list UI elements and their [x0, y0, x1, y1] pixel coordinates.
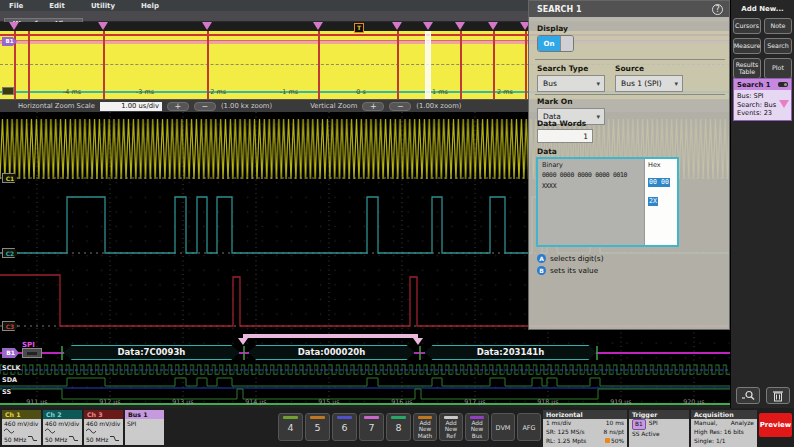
- ch1-badge[interactable]: Ch 1 460 mV/div 50 MHz: [2, 410, 41, 445]
- add-new-label: Add New...: [731, 5, 794, 13]
- time-label: 919 µs: [610, 398, 631, 405]
- search-panel-header[interactable]: SEARCH 1 ?: [529, 1, 729, 17]
- channel-8-button[interactable]: 8: [386, 413, 411, 441]
- add-new-bus-button[interactable]: Add New Bus: [465, 413, 489, 441]
- vzoom-minus-button[interactable]: −: [389, 102, 411, 111]
- ch1-badge-title: Ch 1: [2, 410, 41, 419]
- channel-5-button[interactable]: 5: [305, 413, 330, 441]
- overview-time-label: -3 ms: [136, 88, 154, 96]
- ch3-badge[interactable]: Ch 3 460 mV/div 50 MHz: [84, 410, 123, 445]
- time-label: 915 µs: [318, 398, 339, 405]
- display-toggle[interactable]: On: [537, 35, 574, 52]
- overview-ch1-marker: [2, 87, 14, 95]
- afg-button[interactable]: AFG: [517, 413, 541, 441]
- vzoom-plus-button[interactable]: +: [362, 102, 384, 111]
- sda-label: SDA: [2, 376, 17, 384]
- plot-button[interactable]: Plot: [764, 58, 792, 79]
- bus1-badge[interactable]: Bus 1 SPI: [125, 410, 164, 445]
- search-type-dropdown[interactable]: Bus ▾: [537, 75, 605, 92]
- source-dropdown[interactable]: Bus 1 (SPI) ▾: [615, 75, 683, 92]
- spi-data-packet[interactable]: Data:7C0093h: [63, 345, 240, 360]
- acq-analyze: Analyze: [731, 419, 754, 428]
- menu-edit[interactable]: Edit: [49, 2, 65, 10]
- divider: [535, 59, 725, 60]
- binary-value-2[interactable]: XXXX: [542, 182, 644, 191]
- bus-activity-indicator: [22, 348, 42, 358]
- search1-badge-header[interactable]: Search 1: [734, 79, 791, 90]
- overview-time-label: -4 ms: [63, 88, 81, 96]
- search-mark-span: [243, 334, 418, 338]
- overview-time-label: 0 s: [356, 88, 366, 96]
- preview-button[interactable]: Preview: [759, 413, 792, 437]
- horizontal-zoom-scale-input[interactable]: 1.00 us/div: [100, 102, 162, 111]
- hex-header: Hex: [648, 161, 677, 169]
- hzoom-factor-label: (1.00 kx zoom): [221, 102, 272, 110]
- channel-7-button[interactable]: 7: [359, 413, 384, 441]
- acq-mode: Manual,: [694, 419, 717, 428]
- add-new-ref-button[interactable]: Add New Ref: [439, 413, 463, 441]
- measure-button[interactable]: Measure: [733, 38, 761, 54]
- search-type-label: Search Type: [537, 64, 588, 73]
- ch2-badge[interactable]: Ch 2 460 mV/div 50 MHz: [43, 410, 82, 445]
- vzoom-factor-label: (1.00x zoom): [416, 102, 461, 110]
- acquisition-panel[interactable]: Acquisition Manual,Analyze High Res: 16 …: [691, 410, 757, 447]
- zoom-tool-button[interactable]: [736, 387, 760, 404]
- spi-data-packet[interactable]: Data:000020h: [248, 345, 415, 360]
- spi-data-packet[interactable]: Data:203141h: [424, 345, 597, 360]
- visibility-toggle-icon[interactable]: [778, 82, 788, 87]
- channel-4-button[interactable]: 4: [278, 413, 303, 441]
- hex-value-2[interactable]: 2X: [648, 197, 658, 206]
- data-words-input[interactable]: 1: [537, 129, 593, 143]
- acquisition-panel-title: Acquisition: [691, 410, 757, 419]
- mark-on-label: Mark On: [537, 97, 573, 106]
- search1-result-badge[interactable]: Search 1 Bus: SPI Search: Bus Events: 23: [733, 78, 792, 121]
- cursors-button[interactable]: Cursors: [733, 18, 761, 34]
- bandwidth-icon: [110, 435, 119, 442]
- data-words-label: Data Words: [537, 119, 586, 128]
- hzoom-minus-button[interactable]: −: [194, 102, 216, 111]
- results-table-button[interactable]: Results Table: [733, 58, 761, 79]
- dvm-button[interactable]: DVM: [491, 413, 515, 441]
- trigger-panel[interactable]: Trigger B1SPI SS Active: [629, 410, 689, 447]
- channel-6-button[interactable]: 6: [332, 413, 357, 441]
- overview-time-label: -2 ms: [208, 88, 226, 96]
- time-label: 918 µs: [537, 398, 558, 405]
- hex-column[interactable]: Hex 00 00 2X: [644, 159, 677, 245]
- source-value: Bus 1 (SPI): [616, 79, 674, 88]
- ch2-badge-title: Ch 2: [43, 410, 82, 419]
- binary-header: Binary: [542, 161, 644, 169]
- horizontal-panel[interactable]: Horizontal 1 ms/div10 ms SR: 125 MS/s8 n…: [543, 410, 627, 447]
- binary-column[interactable]: Binary 0000 0000 0000 0000 0010 XXXX: [538, 159, 644, 245]
- magnifier-icon: [741, 390, 755, 401]
- menu-utility[interactable]: Utility: [91, 2, 115, 10]
- toggle-knob[interactable]: [560, 36, 573, 51]
- binary-value[interactable]: 0000 0000 0000 0000 0010: [542, 171, 644, 180]
- search-button[interactable]: Search: [764, 38, 792, 54]
- hzoom-plus-button[interactable]: +: [167, 102, 189, 111]
- hint-b-row: B sets its value: [537, 266, 598, 275]
- menu-help[interactable]: Help: [141, 2, 159, 10]
- help-icon[interactable]: ?: [712, 4, 723, 15]
- data-entry-box[interactable]: Binary 0000 0000 0000 0000 0010 XXXX Hex…: [536, 157, 679, 247]
- menu-file[interactable]: File: [9, 2, 23, 10]
- zoom-window-indicator[interactable]: [425, 31, 431, 99]
- knob-b-icon: B: [537, 266, 546, 275]
- divider: [535, 94, 725, 95]
- chevron-down-icon: ▾: [596, 80, 604, 88]
- search-type-value: Bus: [538, 79, 596, 88]
- h-record-length: RL: 1.25 Mpts: [546, 437, 586, 446]
- sidebar-bottom-buttons: [731, 387, 794, 404]
- acq-resolution: High Res: 16 bits: [694, 428, 744, 437]
- time-label: 912 µs: [99, 398, 120, 405]
- trigger-position-marker[interactable]: T: [354, 23, 364, 33]
- note-button[interactable]: Note: [764, 18, 792, 34]
- add-new-math-button[interactable]: Add New Math: [413, 413, 437, 441]
- time-label: 917 µs: [464, 398, 485, 405]
- trigger-panel-title: Trigger: [629, 410, 689, 419]
- h-resolution: 8 ns/pt: [604, 428, 624, 437]
- oscilloscope-screen: File Edit Utility Help Waveform View T: [0, 0, 794, 447]
- ch3-badge-title: Ch 3: [84, 410, 123, 419]
- overview-time-label: -1 ms: [280, 88, 298, 96]
- delete-button[interactable]: [766, 387, 790, 404]
- hex-value[interactable]: 00 00: [648, 178, 670, 187]
